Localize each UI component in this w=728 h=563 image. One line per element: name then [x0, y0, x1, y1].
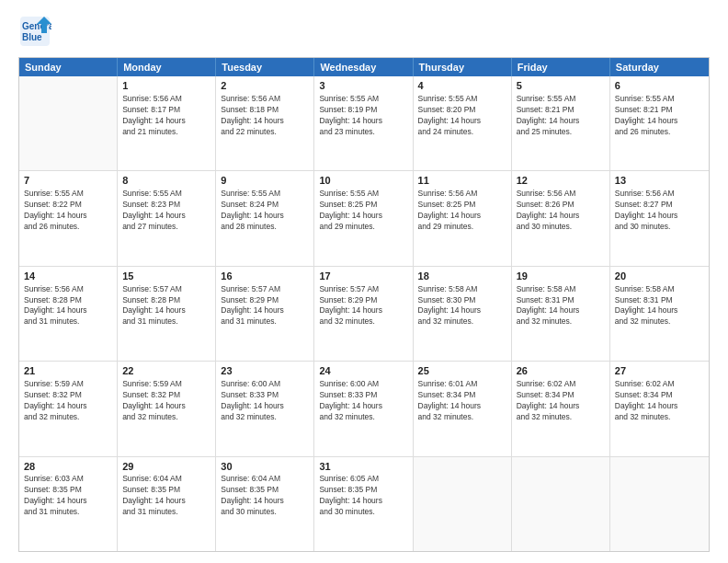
cal-cell: 25Sunrise: 6:01 AM Sunset: 8:34 PM Dayli… — [414, 362, 512, 455]
week-row-3: 14Sunrise: 5:56 AM Sunset: 8:28 PM Dayli… — [19, 267, 709, 362]
day-number: 14 — [24, 270, 112, 283]
cal-cell: 20Sunrise: 5:58 AM Sunset: 8:31 PM Dayli… — [610, 267, 709, 361]
cell-info: Sunrise: 6:00 AM Sunset: 8:33 PM Dayligh… — [221, 379, 309, 423]
header-day-saturday: Saturday — [610, 58, 709, 76]
cell-info: Sunrise: 5:55 AM Sunset: 8:21 PM Dayligh… — [517, 94, 605, 138]
day-number: 12 — [517, 174, 605, 188]
day-number: 6 — [615, 79, 704, 93]
cell-info: Sunrise: 5:59 AM Sunset: 8:32 PM Dayligh… — [24, 379, 112, 423]
cell-info: Sunrise: 6:01 AM Sunset: 8:34 PM Dayligh… — [418, 379, 506, 423]
cal-cell: 17Sunrise: 5:57 AM Sunset: 8:29 PM Dayli… — [314, 267, 413, 361]
cell-info: Sunrise: 6:03 AM Sunset: 8:35 PM Dayligh… — [24, 474, 112, 518]
day-number: 1 — [122, 79, 210, 93]
day-number: 27 — [615, 364, 704, 378]
cal-cell: 22Sunrise: 5:59 AM Sunset: 8:32 PM Dayli… — [118, 362, 216, 455]
cell-info: Sunrise: 6:05 AM Sunset: 8:35 PM Dayligh… — [319, 474, 407, 518]
cell-info: Sunrise: 6:04 AM Sunset: 8:35 PM Dayligh… — [122, 474, 210, 518]
cell-info: Sunrise: 5:59 AM Sunset: 8:32 PM Dayligh… — [122, 379, 210, 423]
cell-info: Sunrise: 5:55 AM Sunset: 8:20 PM Dayligh… — [418, 94, 506, 138]
cal-cell: 10Sunrise: 5:55 AM Sunset: 8:25 PM Dayli… — [314, 171, 413, 265]
cal-cell — [19, 76, 118, 170]
day-number: 29 — [122, 460, 210, 474]
week-row-2: 7Sunrise: 5:55 AM Sunset: 8:22 PM Daylig… — [19, 171, 709, 266]
cell-info: Sunrise: 5:56 AM Sunset: 8:26 PM Dayligh… — [517, 189, 605, 233]
day-number: 11 — [418, 174, 506, 188]
cell-info: Sunrise: 5:57 AM Sunset: 8:29 PM Dayligh… — [221, 284, 309, 328]
cell-info: Sunrise: 5:55 AM Sunset: 8:23 PM Dayligh… — [122, 189, 210, 233]
day-number: 30 — [221, 460, 309, 474]
day-number: 25 — [418, 364, 506, 378]
cal-cell: 3Sunrise: 5:55 AM Sunset: 8:19 PM Daylig… — [314, 76, 413, 170]
cal-cell: 16Sunrise: 5:57 AM Sunset: 8:29 PM Dayli… — [216, 267, 314, 361]
day-number: 8 — [122, 174, 210, 188]
svg-text:Blue: Blue — [22, 32, 42, 42]
cell-info: Sunrise: 5:55 AM Sunset: 8:24 PM Dayligh… — [221, 189, 309, 233]
day-number: 15 — [122, 270, 210, 283]
cal-cell — [610, 457, 709, 551]
cell-info: Sunrise: 5:57 AM Sunset: 8:28 PM Dayligh… — [122, 284, 210, 328]
cell-info: Sunrise: 5:56 AM Sunset: 8:28 PM Dayligh… — [24, 284, 112, 328]
day-number: 20 — [615, 270, 704, 283]
cal-cell: 12Sunrise: 5:56 AM Sunset: 8:26 PM Dayli… — [512, 171, 610, 265]
calendar-body: 1Sunrise: 5:56 AM Sunset: 8:17 PM Daylig… — [19, 76, 709, 551]
cell-info: Sunrise: 5:55 AM Sunset: 8:22 PM Dayligh… — [24, 189, 112, 233]
cal-cell: 5Sunrise: 5:55 AM Sunset: 8:21 PM Daylig… — [512, 76, 610, 170]
day-number: 22 — [122, 364, 210, 378]
week-row-5: 28Sunrise: 6:03 AM Sunset: 8:35 PM Dayli… — [19, 457, 709, 551]
header-day-wednesday: Wednesday — [314, 58, 413, 76]
week-row-1: 1Sunrise: 5:56 AM Sunset: 8:17 PM Daylig… — [19, 76, 709, 171]
day-number: 21 — [24, 364, 112, 378]
cell-info: Sunrise: 6:04 AM Sunset: 8:35 PM Dayligh… — [221, 474, 309, 518]
day-number: 17 — [319, 270, 407, 283]
day-number: 13 — [615, 174, 704, 188]
page: GeneralBlue SundayMondayTuesdayWednesday… — [0, 0, 728, 563]
day-number: 23 — [221, 364, 309, 378]
cal-cell: 24Sunrise: 6:00 AM Sunset: 8:33 PM Dayli… — [314, 362, 413, 455]
cal-cell: 9Sunrise: 5:55 AM Sunset: 8:24 PM Daylig… — [216, 171, 314, 265]
week-row-4: 21Sunrise: 5:59 AM Sunset: 8:32 PM Dayli… — [19, 362, 709, 456]
cell-info: Sunrise: 5:56 AM Sunset: 8:27 PM Dayligh… — [615, 189, 704, 233]
cell-info: Sunrise: 5:58 AM Sunset: 8:30 PM Dayligh… — [418, 284, 506, 328]
day-number: 19 — [517, 270, 605, 283]
cell-info: Sunrise: 5:58 AM Sunset: 8:31 PM Dayligh… — [517, 284, 605, 328]
header-day-tuesday: Tuesday — [216, 58, 314, 76]
cal-cell: 13Sunrise: 5:56 AM Sunset: 8:27 PM Dayli… — [610, 171, 709, 265]
cal-cell: 29Sunrise: 6:04 AM Sunset: 8:35 PM Dayli… — [118, 457, 216, 551]
cal-cell — [414, 457, 512, 551]
cal-cell: 8Sunrise: 5:55 AM Sunset: 8:23 PM Daylig… — [118, 171, 216, 265]
day-number: 24 — [319, 364, 407, 378]
cell-info: Sunrise: 5:57 AM Sunset: 8:29 PM Dayligh… — [319, 284, 407, 328]
logo: GeneralBlue — [18, 15, 51, 48]
day-number: 2 — [221, 79, 309, 93]
calendar-header: SundayMondayTuesdayWednesdayThursdayFrid… — [19, 58, 709, 76]
cell-info: Sunrise: 5:56 AM Sunset: 8:17 PM Dayligh… — [122, 94, 210, 138]
cal-cell: 28Sunrise: 6:03 AM Sunset: 8:35 PM Dayli… — [19, 457, 118, 551]
cell-info: Sunrise: 6:02 AM Sunset: 8:34 PM Dayligh… — [615, 379, 704, 423]
calendar: SundayMondayTuesdayWednesdayThursdayFrid… — [18, 57, 710, 552]
cal-cell: 4Sunrise: 5:55 AM Sunset: 8:20 PM Daylig… — [414, 76, 512, 170]
cal-cell: 11Sunrise: 5:56 AM Sunset: 8:25 PM Dayli… — [414, 171, 512, 265]
cal-cell: 7Sunrise: 5:55 AM Sunset: 8:22 PM Daylig… — [19, 171, 118, 265]
day-number: 26 — [517, 364, 605, 378]
header-day-monday: Monday — [118, 58, 216, 76]
cal-cell: 14Sunrise: 5:56 AM Sunset: 8:28 PM Dayli… — [19, 267, 118, 361]
day-number: 10 — [319, 174, 407, 188]
cal-cell: 26Sunrise: 6:02 AM Sunset: 8:34 PM Dayli… — [512, 362, 610, 455]
day-number: 18 — [418, 270, 506, 283]
cell-info: Sunrise: 6:00 AM Sunset: 8:33 PM Dayligh… — [319, 379, 407, 423]
cal-cell: 19Sunrise: 5:58 AM Sunset: 8:31 PM Dayli… — [512, 267, 610, 361]
cal-cell: 18Sunrise: 5:58 AM Sunset: 8:30 PM Dayli… — [414, 267, 512, 361]
day-number: 31 — [319, 460, 407, 474]
day-number: 5 — [517, 79, 605, 93]
logo-svg: GeneralBlue — [18, 15, 51, 48]
cell-info: Sunrise: 5:55 AM Sunset: 8:25 PM Dayligh… — [319, 189, 407, 233]
cell-info: Sunrise: 5:56 AM Sunset: 8:18 PM Dayligh… — [221, 94, 309, 138]
cal-cell: 15Sunrise: 5:57 AM Sunset: 8:28 PM Dayli… — [118, 267, 216, 361]
cell-info: Sunrise: 5:55 AM Sunset: 8:19 PM Dayligh… — [319, 94, 407, 138]
cell-info: Sunrise: 5:55 AM Sunset: 8:21 PM Dayligh… — [615, 94, 704, 138]
header-day-sunday: Sunday — [19, 58, 118, 76]
day-number: 4 — [418, 79, 506, 93]
day-number: 7 — [24, 174, 112, 188]
cell-info: Sunrise: 5:56 AM Sunset: 8:25 PM Dayligh… — [418, 189, 506, 233]
cal-cell — [512, 457, 610, 551]
